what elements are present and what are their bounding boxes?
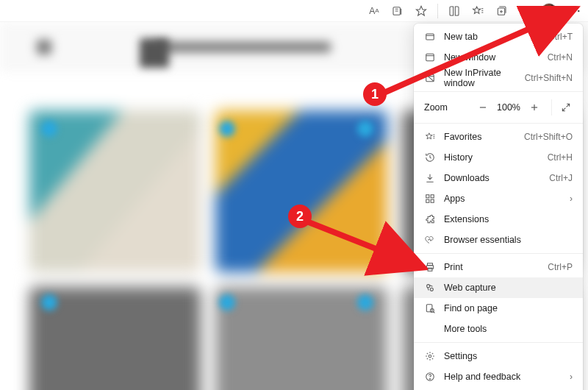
read-aloud-icon[interactable]: AA bbox=[367, 4, 381, 18]
menu-new-window[interactable]: New window Ctrl+N bbox=[414, 47, 583, 68]
printer-icon bbox=[424, 261, 436, 273]
menu-new-inprivate[interactable]: New InPrivate window Ctrl+Shift+N bbox=[414, 68, 583, 88]
svg-point-35 bbox=[429, 355, 431, 358]
inprivate-icon bbox=[424, 72, 436, 84]
menu-more-tools[interactable]: More tools bbox=[414, 319, 583, 339]
menu-label: History bbox=[444, 152, 539, 163]
menu-settings[interactable]: Settings bbox=[414, 346, 583, 366]
svg-point-7 bbox=[570, 10, 572, 12]
menu-shortcut: Ctrl+T bbox=[548, 32, 573, 42]
menu-separator bbox=[414, 253, 583, 254]
performance-icon[interactable] bbox=[517, 4, 532, 18]
menu-downloads[interactable]: Downloads Ctrl+J bbox=[414, 168, 583, 188]
svg-rect-24 bbox=[431, 195, 434, 198]
menu-label: Apps bbox=[444, 194, 562, 204]
collections-icon[interactable] bbox=[494, 4, 509, 18]
menu-favorites[interactable]: Favorites Ctrl+Shift+O bbox=[414, 127, 583, 147]
svg-marker-2 bbox=[473, 7, 481, 13]
menu-extensions[interactable]: Extensions bbox=[414, 209, 583, 230]
fullscreen-button[interactable] bbox=[556, 98, 576, 117]
zoom-label: Zoom bbox=[424, 102, 470, 113]
svg-rect-29 bbox=[428, 268, 432, 271]
menu-label: New InPrivate window bbox=[444, 68, 517, 88]
favorites-icon bbox=[424, 131, 436, 143]
favorite-star-icon[interactable] bbox=[414, 4, 429, 18]
divider bbox=[551, 99, 552, 116]
tab-icon bbox=[424, 31, 436, 43]
svg-marker-1 bbox=[416, 6, 426, 15]
menu-apps[interactable]: Apps › bbox=[414, 188, 583, 209]
menu-label: New window bbox=[444, 52, 539, 63]
browser-toolbar: AA bbox=[0, 0, 588, 22]
svg-rect-32 bbox=[426, 305, 432, 312]
svg-line-34 bbox=[434, 312, 435, 313]
apps-icon bbox=[424, 193, 436, 205]
menu-label: Print bbox=[444, 262, 539, 272]
menu-help-feedback[interactable]: Help and feedback › bbox=[414, 366, 583, 387]
svg-point-31 bbox=[430, 288, 433, 291]
menu-label: Favorites bbox=[444, 132, 516, 142]
find-icon bbox=[424, 302, 436, 314]
window-icon bbox=[424, 52, 436, 63]
menu-new-tab[interactable]: New tab Ctrl+T bbox=[414, 26, 583, 47]
menu-separator bbox=[414, 91, 583, 92]
svg-rect-25 bbox=[426, 199, 429, 202]
menu-label: Browser essentials bbox=[444, 235, 573, 245]
menu-find-on-page[interactable]: Find on page bbox=[414, 298, 583, 319]
svg-point-9 bbox=[578, 10, 580, 12]
zoom-out-button[interactable] bbox=[473, 98, 492, 117]
settings-and-more-button[interactable] bbox=[566, 2, 584, 20]
svg-rect-12 bbox=[426, 54, 434, 60]
menu-shortcut: Ctrl+H bbox=[548, 152, 573, 163]
menu-print[interactable]: Print Ctrl+P bbox=[414, 257, 583, 277]
svg-rect-23 bbox=[426, 195, 429, 198]
svg-marker-19 bbox=[426, 133, 432, 139]
profile-avatar[interactable] bbox=[541, 3, 557, 19]
menu-label: Help and feedback bbox=[444, 372, 562, 382]
puzzle-icon bbox=[424, 213, 436, 225]
menu-label: More tools bbox=[444, 324, 573, 334]
heartbeat-icon bbox=[424, 234, 436, 246]
zoom-value: 100% bbox=[495, 102, 522, 113]
menu-shortcut: Ctrl+P bbox=[548, 262, 573, 272]
immersive-reader-icon[interactable] bbox=[390, 4, 405, 18]
menu-zoom-row: Zoom 100% bbox=[414, 95, 583, 120]
toolbar-divider bbox=[437, 4, 438, 18]
svg-rect-26 bbox=[431, 199, 434, 202]
menu-history[interactable]: History Ctrl+H bbox=[414, 147, 583, 168]
menu-label: Settings bbox=[444, 351, 573, 361]
menu-shortcut: Ctrl+Shift+O bbox=[524, 132, 573, 142]
menu-label: Find on page bbox=[444, 303, 573, 313]
menu-separator bbox=[414, 123, 583, 124]
chevron-right-icon: › bbox=[570, 372, 573, 382]
menu-shortcut: Ctrl+J bbox=[549, 173, 573, 183]
svg-point-37 bbox=[430, 378, 431, 379]
capture-icon bbox=[424, 282, 436, 294]
menu-label: Extensions bbox=[444, 214, 573, 224]
edge-settings-menu: New tab Ctrl+T New window Ctrl+N New InP… bbox=[414, 24, 583, 390]
help-icon bbox=[424, 371, 436, 383]
chevron-right-icon: › bbox=[570, 194, 573, 204]
reading-view-icon[interactable] bbox=[447, 4, 462, 18]
menu-label: New tab bbox=[444, 32, 540, 42]
menu-label: Web capture bbox=[444, 283, 573, 293]
menu-web-capture[interactable]: Web capture bbox=[414, 277, 583, 298]
svg-rect-10 bbox=[426, 34, 434, 40]
zoom-in-button[interactable] bbox=[525, 98, 544, 117]
menu-label: Downloads bbox=[444, 173, 541, 183]
favorites-list-icon[interactable] bbox=[470, 4, 485, 18]
gear-icon bbox=[424, 350, 436, 362]
menu-shortcut: Ctrl+N bbox=[548, 52, 573, 63]
menu-browser-essentials[interactable]: Browser essentials bbox=[414, 230, 583, 250]
menu-shortcut: Ctrl+Shift+N bbox=[525, 73, 573, 83]
clock-icon bbox=[424, 152, 436, 163]
download-icon bbox=[424, 172, 436, 184]
svg-point-30 bbox=[427, 285, 430, 288]
menu-separator bbox=[414, 342, 583, 343]
svg-point-8 bbox=[574, 10, 576, 12]
